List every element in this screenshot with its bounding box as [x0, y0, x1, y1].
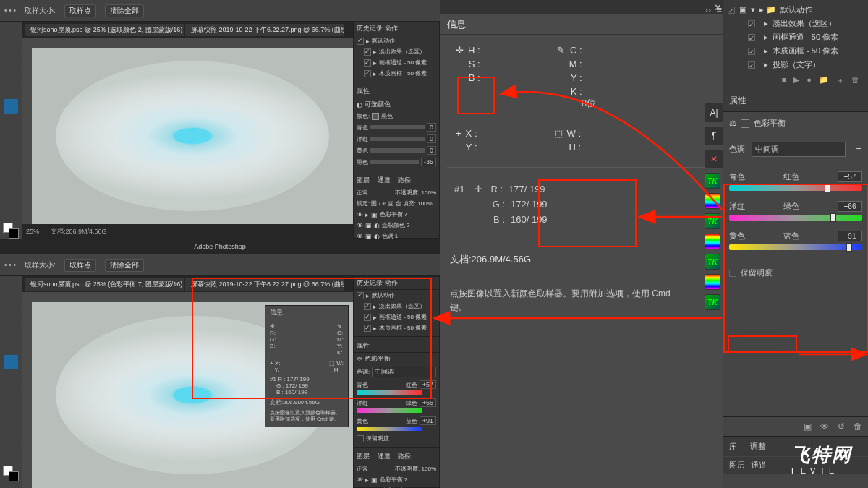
canvas-top[interactable]: [32, 48, 353, 224]
trash-icon[interactable]: 🗑: [851, 75, 859, 86]
info-primary-readout: ✛ H : S : B : ✎ C : M : Y : K :: [440, 35, 728, 103]
yellow-blue-slider[interactable]: [729, 244, 862, 250]
slider-yb-value[interactable]: +91: [838, 231, 862, 241]
stop-icon[interactable]: ■: [782, 75, 787, 86]
app-title: Adobe Photoshop: [194, 243, 246, 250]
properties-title: 属性: [723, 90, 868, 112]
sample-g-value: 172/ 199: [511, 199, 548, 210]
new-action-icon[interactable]: ＋: [836, 75, 844, 86]
actions-panel-header: 历史记录 动作: [354, 22, 439, 35]
preserve-luminosity-checkbox[interactable]: [729, 270, 736, 277]
cyan-red-slider[interactable]: [729, 185, 862, 191]
type-panel-icon[interactable]: A|: [705, 103, 723, 122]
sample-size-dropdown[interactable]: 取样点: [64, 4, 96, 17]
eyedropper-icon: ✎: [557, 45, 565, 97]
adjustment-name: 色彩平衡: [754, 118, 786, 129]
action-wood[interactable]: 木质画框 - 50 像素: [773, 46, 838, 56]
doc-size: 文档:206.9M/4.56G: [440, 247, 728, 272]
magenta-green-slider[interactable]: [729, 215, 862, 221]
tk-rainbow-icon[interactable]: [705, 193, 720, 209]
doc-info: 文档:206.9M/4.56G: [51, 227, 107, 236]
left-toolbar: [0, 22, 22, 239]
sample-b-value: 160/ 199: [511, 214, 548, 225]
clip-icon[interactable]: ▣: [804, 421, 812, 432]
tk-plugin-icon[interactable]: TK: [705, 173, 720, 189]
color-swatches[interactable]: [3, 223, 19, 239]
sample-r-value: 177/ 199: [509, 184, 545, 194]
fevte-logo: 飞特网 FEVTE: [791, 442, 852, 475]
info-panel-title: 信息: [447, 18, 466, 31]
tk-plugin-icon[interactable]: TK: [705, 254, 720, 270]
tone-dropdown[interactable]: 中间调: [752, 142, 846, 157]
library-tab[interactable]: 库: [729, 441, 737, 452]
tk-rainbow-icon[interactable]: [705, 274, 720, 290]
color-sample-1: #1 ✛ R : 177/ 199 G : 172/ 199 B : 160/ …: [450, 176, 638, 236]
sample-size-label: 取样大小:: [25, 6, 56, 16]
color-sampler-tool-icon[interactable]: [4, 99, 18, 114]
slider-cr-value[interactable]: +57: [838, 171, 862, 182]
left-toolbar-bot: [0, 276, 22, 488]
ruler-horizontal: [32, 38, 353, 48]
eyedropper-icon: ✛: [456, 45, 464, 97]
action-fade[interactable]: 淡出效果（选区）: [773, 18, 836, 29]
properties-column: ▣▾▸ 📁默认动作 ▸淡出效果（选区） ▸画框通道 - 50 像素 ▸木质画框 …: [723, 0, 868, 488]
preserve-luminosity-label: 保留明度: [741, 267, 773, 278]
layer-row: 👁▣ ◐色调 1: [354, 231, 439, 241]
doc-tab-2[interactable]: 屏幕快照 2019-10-22 下午6.22.27.png @ 66.7% (曲…: [185, 24, 344, 36]
eye-icon[interactable]: 👁: [820, 421, 829, 432]
clear-all-button[interactable]: 清除全部: [105, 4, 144, 17]
ruler-vertical: [22, 38, 32, 224]
close-panel-icon[interactable]: ✕: [705, 150, 723, 168]
options-bar-top: • • • 取样大小: 取样点 清除全部: [0, 0, 440, 22]
options-bar-bot: • • • 取样大小: 取样点 清除全部: [0, 254, 440, 276]
slider-mg-value[interactable]: +66: [838, 201, 862, 212]
tk-rainbow-icon[interactable]: [705, 234, 720, 249]
collapse-icon[interactable]: ››: [705, 4, 712, 15]
trash-icon[interactable]: 🗑: [854, 421, 862, 432]
layer-row: 👁▣ ⚖色彩平衡 7: [354, 485, 439, 488]
document-tabs-top: 银河soho屋顶.psb @ 25% (选取颜色 2, 图层蒙版/16) ...…: [22, 22, 353, 38]
color-sampler-tool-icon[interactable]: [4, 355, 18, 369]
layers-panel-header: 图层 通道 路径: [354, 174, 439, 187]
eyedropper-icon: ✛: [475, 184, 482, 194]
tk-plugin-icon[interactable]: TK: [705, 213, 720, 229]
sample-index: #1: [454, 184, 469, 194]
new-folder-icon[interactable]: 📁: [819, 75, 829, 86]
layer-row: 👁▸ ▣色彩平衡 7: [354, 474, 439, 485]
play-icon[interactable]: ▶: [793, 75, 799, 86]
dimensions-icon: ⬚: [554, 128, 563, 153]
info-panel: ✕ 信息 ›› ≡ ✛ H : S : B : ✎ C : M : Y : K …: [440, 0, 728, 488]
zoom-level[interactable]: 25%: [26, 228, 39, 235]
adjustments-tab[interactable]: 调整: [750, 441, 766, 452]
layer-row: 👁▣ ◐选取颜色 2: [354, 220, 439, 231]
actions-default[interactable]: 默认动作: [780, 4, 812, 15]
tone-label: 色调:: [729, 144, 747, 155]
menu-icon[interactable]: ≡: [716, 4, 722, 15]
tk-plugin-icon[interactable]: TK: [705, 294, 720, 310]
position-icon: +: [456, 128, 461, 153]
record-icon[interactable]: ●: [807, 75, 812, 86]
slider-cyan-label: 青色: [729, 171, 745, 182]
slider-red-label: 红色: [783, 171, 799, 182]
info-hint: 点按图像以置入新颜色取样器。要用附加选项，使用 Cmd 键。: [440, 278, 686, 319]
paragraph-panel-icon[interactable]: ¶: [705, 127, 723, 145]
doc-tab-1[interactable]: 银河soho屋顶.psb @ 25% (选取颜色 2, 图层蒙版/16) ...: [25, 24, 184, 36]
canvas-bot[interactable]: 信息 ✛R:G:B: ✎C:M:Y:K: + X: Y:⬚ W: H: #1 R…: [32, 302, 353, 488]
balance-icon: ⚖: [729, 119, 736, 128]
bit-depth: 8位: [440, 97, 728, 110]
reset-icon[interactable]: ↺: [838, 421, 845, 432]
action-frame[interactable]: 画框通道 - 50 像素: [773, 32, 838, 43]
layer-row: 👁▸ ▣色彩平衡 7: [354, 209, 439, 220]
info-panel-mini: 信息 ✛R:G:B: ✎C:M:Y:K: + X: Y:⬚ W: H: #1 R…: [265, 305, 349, 427]
